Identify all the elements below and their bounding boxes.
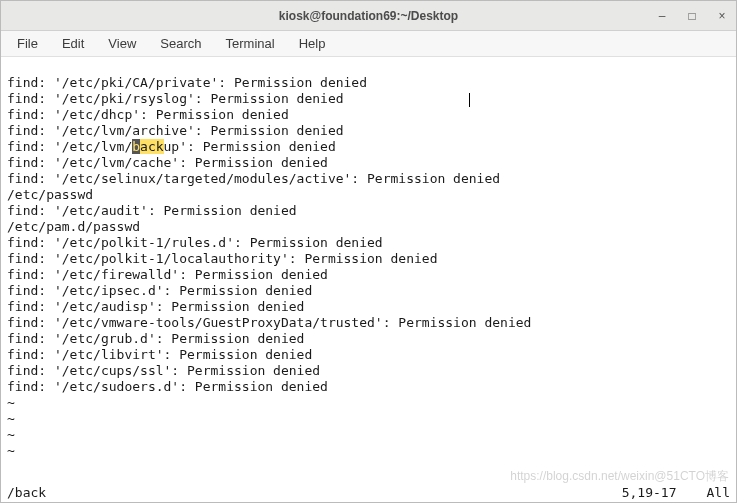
search-match-cursor: b — [132, 139, 140, 154]
terminal-window: kiosk@foundation69:~/Desktop – □ × File … — [0, 0, 737, 503]
menu-edit[interactable]: Edit — [54, 34, 92, 53]
output-line: find: '/etc/grub.d': Permission denied — [7, 331, 304, 346]
output-line: find: '/etc/audit': Permission denied — [7, 203, 297, 218]
text-cursor-ibeam-icon — [469, 93, 470, 107]
maximize-button[interactable]: □ — [684, 9, 700, 23]
empty-tilde: ~ — [7, 427, 15, 442]
terminal-body[interactable]: find: '/etc/pki/CA/private': Permission … — [1, 57, 736, 485]
window-title: kiosk@foundation69:~/Desktop — [279, 9, 458, 23]
titlebar: kiosk@foundation69:~/Desktop – □ × — [1, 1, 736, 31]
output-line: find: '/etc/firewalld': Permission denie… — [7, 267, 328, 282]
output-line: find: '/etc/lvm/cache': Permission denie… — [7, 155, 328, 170]
output-line: find: '/etc/selinux/targeted/modules/act… — [7, 171, 500, 186]
menu-view[interactable]: View — [100, 34, 144, 53]
menu-help[interactable]: Help — [291, 34, 334, 53]
cursor-position: 5,19-17 — [622, 485, 677, 500]
search-command: /back — [7, 485, 46, 500]
empty-tilde: ~ — [7, 395, 15, 410]
output-line: find: '/etc/lvm/archive': Permission den… — [7, 123, 344, 138]
output-line: find: '/etc/lvm/backup': Permission deni… — [7, 139, 336, 154]
menubar: File Edit View Search Terminal Help — [1, 31, 736, 57]
vim-status-line: /back 5,19-17 All — [1, 485, 736, 502]
output-line: find: '/etc/sudoers.d': Permission denie… — [7, 379, 328, 394]
output-line: find: '/etc/dhcp': Permission denied — [7, 107, 289, 122]
output-line: find: '/etc/audisp': Permission denied — [7, 299, 304, 314]
search-match: ack — [140, 139, 163, 154]
output-line: find: '/etc/polkit-1/localauthority': Pe… — [7, 251, 437, 266]
empty-tilde: ~ — [7, 411, 15, 426]
empty-tilde: ~ — [7, 443, 15, 458]
output-line: find: '/etc/pki/CA/private': Permission … — [7, 75, 367, 90]
menu-search[interactable]: Search — [152, 34, 209, 53]
close-button[interactable]: × — [714, 9, 730, 23]
output-line: /etc/passwd — [7, 187, 93, 202]
minimize-button[interactable]: – — [654, 9, 670, 23]
menu-terminal[interactable]: Terminal — [218, 34, 283, 53]
output-line: find: '/etc/pki/rsyslog': Permission den… — [7, 91, 344, 106]
window-controls: – □ × — [654, 1, 730, 31]
output-line: find: '/etc/cups/ssl': Permission denied — [7, 363, 320, 378]
output-line: find: '/etc/polkit-1/rules.d': Permissio… — [7, 235, 383, 250]
menu-file[interactable]: File — [9, 34, 46, 53]
scroll-indicator: All — [707, 485, 730, 500]
output-line: find: '/etc/ipsec.d': Permission denied — [7, 283, 312, 298]
output-line: find: '/etc/libvirt': Permission denied — [7, 347, 312, 362]
output-line: find: '/etc/vmware-tools/GuestProxyData/… — [7, 315, 531, 330]
output-line: /etc/pam.d/passwd — [7, 219, 140, 234]
